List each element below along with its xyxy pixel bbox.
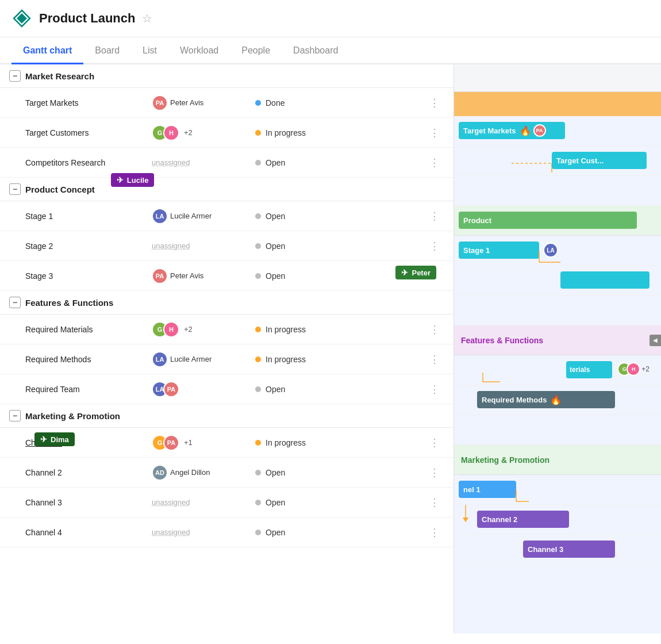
- status-dot: [255, 386, 261, 392]
- row-menu-button[interactable]: ⋮: [425, 464, 444, 481]
- status-text: Open: [266, 528, 285, 537]
- avatar: H: [163, 125, 179, 141]
- gantt-panel: Target Markets 🔥 PA Target Cust...: [454, 64, 661, 634]
- row-menu-button[interactable]: ⋮: [425, 494, 444, 511]
- assignee-name: Peter Avis: [170, 98, 203, 107]
- gantt-section-label-marketing: Marketing & Promotion: [454, 455, 549, 465]
- plus-count: +2: [641, 365, 650, 373]
- status-area: Open: [255, 468, 347, 477]
- svg-marker-11: [463, 518, 468, 522]
- tooltip-label-peter: Peter: [412, 269, 431, 277]
- gantt-bar-channel2: Channel 2: [477, 511, 569, 528]
- favorite-icon[interactable]: ☆: [142, 12, 152, 25]
- task-name: Channel 2: [25, 468, 152, 477]
- section-toggle-features-functions[interactable]: −: [9, 297, 21, 308]
- gantt-bar-label: Required Methods: [482, 396, 547, 404]
- unassigned-label[interactable]: unassigned: [152, 498, 190, 507]
- gantt-bar-stage2: [560, 271, 650, 289]
- gantt-row: [454, 415, 661, 445]
- table-row: Stage 3 PA Peter Avis Open ✈ Peter ⋮: [0, 261, 454, 291]
- gantt-content: Target Markets 🔥 PA Target Cust...: [454, 92, 661, 634]
- status-text: In progress: [266, 128, 306, 137]
- row-menu-button[interactable]: ⋮: [425, 351, 444, 368]
- table-row: Channel 2 AD Angel Dillon Open ⋮: [0, 458, 454, 488]
- section-label-product-concept: Product Concept: [25, 185, 95, 194]
- tab-workload[interactable]: Workload: [168, 37, 230, 64]
- gantt-bar-label: Channel 3: [528, 545, 563, 554]
- status-text: Done: [266, 98, 285, 108]
- app-title: Product Launch: [39, 11, 135, 26]
- row-menu-button[interactable]: ⋮: [425, 208, 444, 225]
- assignee-area: PA Peter Avis: [152, 95, 255, 111]
- status-dot: [255, 327, 261, 332]
- avatar: H: [163, 321, 179, 338]
- tab-gantt[interactable]: Gantt chart: [11, 37, 83, 64]
- assignee-name: Angel Dillon: [170, 468, 210, 477]
- row-menu-button[interactable]: ⋮: [425, 94, 444, 112]
- assignee-area: unassigned: [152, 241, 255, 250]
- assignee-area: PA Peter Avis: [152, 268, 255, 284]
- scroll-left-button[interactable]: ◀: [650, 335, 661, 346]
- status-dot: [255, 530, 261, 535]
- section-label-features-functions: Features & Functions: [25, 298, 113, 308]
- status-text: Open: [266, 271, 285, 281]
- cursor-tooltip-peter: ✈ Peter: [395, 266, 436, 279]
- plus-count: +2: [184, 325, 193, 334]
- connector-svg: [454, 355, 569, 385]
- avatar: PA: [152, 95, 168, 111]
- table-row: Stage 2 unassigned Open ⋮: [0, 231, 454, 261]
- tooltip-label-dima: Dima: [51, 435, 69, 444]
- gantt-row: [454, 266, 661, 296]
- status-area: Open: [255, 271, 347, 281]
- table-row: Channel 3 unassigned Open ⋮: [0, 488, 454, 518]
- tab-board[interactable]: Board: [83, 37, 131, 64]
- gantt-bar-required-methods: Required Methods 🔥: [477, 391, 615, 408]
- avatar: H: [627, 362, 640, 376]
- status-area: Open: [255, 528, 347, 537]
- gantt-row: Channel 3: [454, 535, 661, 565]
- status-dot: [255, 100, 261, 106]
- gantt-bar-required-materials-partial: terials: [566, 361, 612, 378]
- gantt-section-header-product-concept: Product: [454, 206, 661, 236]
- avatar: LA: [152, 351, 168, 367]
- avatar-stack: LA PA: [152, 381, 179, 397]
- section-toggle-product-concept[interactable]: −: [9, 183, 21, 195]
- row-menu-button[interactable]: ⋮: [425, 381, 444, 398]
- row-menu-button[interactable]: ⋮: [425, 434, 444, 451]
- tab-list[interactable]: List: [131, 37, 168, 64]
- unassigned-label[interactable]: unassigned: [152, 528, 190, 536]
- row-menu-button[interactable]: ⋮: [425, 237, 444, 255]
- assignee-name: Peter Avis: [170, 271, 203, 280]
- assignee-area: G H +2: [152, 125, 255, 141]
- app-header: Product Launch ☆: [0, 0, 661, 37]
- task-name: Target Markets: [25, 98, 152, 108]
- section-label-marketing-promotion: Marketing & Promotion: [25, 411, 120, 421]
- row-menu-button[interactable]: ⋮: [425, 124, 444, 141]
- connector-svg: [454, 475, 569, 505]
- row-menu-button[interactable]: ⋮: [425, 321, 444, 338]
- task-name: Required Materials: [25, 325, 152, 334]
- section-toggle-market-research[interactable]: −: [9, 70, 21, 82]
- status-dot: [255, 243, 261, 249]
- gantt-section-header-marketing: Marketing & Promotion: [454, 445, 661, 475]
- tab-people[interactable]: People: [230, 37, 282, 64]
- section-toggle-marketing-promotion[interactable]: −: [9, 410, 21, 421]
- status-area: Open: [255, 212, 347, 221]
- avatar-stack: G H: [617, 362, 640, 376]
- row-menu-button[interactable]: ⋮: [425, 524, 444, 541]
- status-dot: [255, 160, 261, 166]
- row-menu-button[interactable]: ⋮: [425, 154, 444, 171]
- connector-svg: [454, 236, 627, 266]
- status-text: In progress: [266, 438, 306, 447]
- tab-dashboard[interactable]: Dashboard: [282, 37, 349, 64]
- table-row: Competitors Research unassigned Open ⋮: [0, 148, 454, 178]
- assignee-area: LA PA: [152, 381, 255, 397]
- status-area: Open: [255, 498, 347, 507]
- unassigned-label[interactable]: unassigned: [152, 241, 190, 250]
- unassigned-label[interactable]: unassigned: [152, 158, 190, 167]
- nav-tabs: Gantt chart Board List Workload People D…: [0, 37, 661, 64]
- assignee-area: G H +2: [152, 321, 255, 338]
- assignee-area: G PA +1: [152, 435, 255, 451]
- task-name: Stage 1: [25, 212, 152, 221]
- status-text: Open: [266, 212, 285, 221]
